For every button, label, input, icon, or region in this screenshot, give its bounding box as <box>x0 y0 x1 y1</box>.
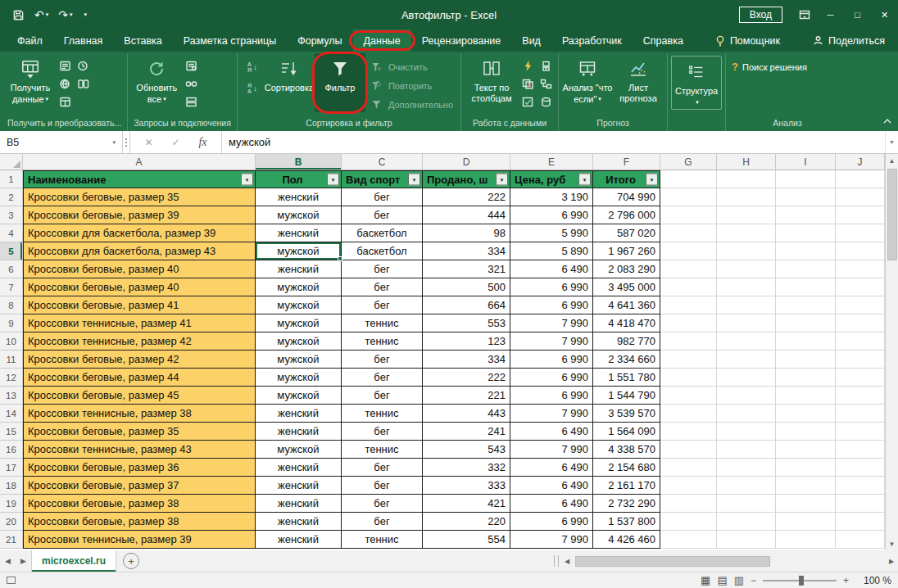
cell-A19[interactable]: Кроссовки беговые, размер 38 <box>23 495 256 513</box>
cell-H20[interactable] <box>717 513 776 531</box>
cell-G4[interactable] <box>660 224 717 242</box>
undo-button[interactable]: ↶▾ <box>30 5 52 25</box>
cell-E19[interactable]: 6 490 <box>510 495 593 513</box>
cell-F4[interactable]: 587 020 <box>593 224 660 242</box>
cell-B8[interactable]: мужской <box>256 296 342 314</box>
cell-D5[interactable]: 334 <box>423 242 510 260</box>
cell-E21[interactable]: 7 990 <box>510 531 593 549</box>
col-header-C[interactable]: C <box>342 154 423 170</box>
cell-F1[interactable]: Итого▾ <box>593 170 660 188</box>
workbook-connections-icon[interactable] <box>184 96 198 107</box>
edit-links-icon[interactable] <box>184 78 198 89</box>
tab-view[interactable]: Вид <box>511 29 551 52</box>
cell-I5[interactable] <box>776 242 836 260</box>
cell-J17[interactable] <box>836 459 885 477</box>
cell-B12[interactable]: мужской <box>256 369 342 387</box>
select-all-button[interactable] <box>0 154 23 170</box>
cell-J19[interactable] <box>836 495 885 513</box>
from-text-csv-icon[interactable] <box>57 60 72 71</box>
sheet-nav-left-button[interactable]: ◀ <box>0 550 16 572</box>
cell-D15[interactable]: 241 <box>423 423 510 441</box>
tab-formulas[interactable]: Формулы <box>287 29 352 52</box>
cell-I8[interactable] <box>776 296 836 314</box>
formula-bar-splitter[interactable] <box>123 131 130 153</box>
row-header-6[interactable]: 6 <box>0 260 23 278</box>
cell-B9[interactable]: мужской <box>256 314 342 332</box>
from-table-range-icon[interactable] <box>57 96 72 107</box>
cell-J16[interactable] <box>836 441 885 459</box>
cell-J13[interactable] <box>836 387 885 405</box>
minimize-button[interactable]: ─ <box>817 0 844 29</box>
cell-F18[interactable]: 2 161 170 <box>593 477 660 495</box>
cell-I12[interactable] <box>776 369 836 387</box>
cell-F5[interactable]: 1 967 260 <box>593 242 660 260</box>
cell-H9[interactable] <box>717 314 776 332</box>
cell-A6[interactable]: Кроссовки беговые, размер 40 <box>23 260 256 278</box>
cell-E12[interactable]: 6 990 <box>510 369 593 387</box>
connection-properties-icon[interactable] <box>184 60 198 71</box>
sort-button[interactable]: Сортировка <box>264 53 315 112</box>
refresh-all-button[interactable]: Обновить все▾ <box>131 53 182 112</box>
cell-A5[interactable]: Кроссовки для баскетбола, размер 43 <box>23 242 256 260</box>
cell-B10[interactable]: мужской <box>256 332 342 351</box>
cell-H18[interactable] <box>717 477 776 495</box>
fill-handle[interactable] <box>338 256 342 261</box>
cell-G19[interactable] <box>660 495 717 513</box>
cell-B6[interactable]: женский <box>256 260 342 278</box>
row-header-9[interactable]: 9 <box>0 314 23 332</box>
cell-H16[interactable] <box>717 441 776 459</box>
sign-in-button[interactable]: Вход <box>739 7 782 23</box>
add-sheet-button[interactable]: + <box>123 553 139 569</box>
share-button[interactable]: Поделиться <box>813 29 898 52</box>
cell-A14[interactable]: Кроссовки теннисные, размер 38 <box>23 405 256 423</box>
cell-H4[interactable] <box>717 224 776 242</box>
cell-F7[interactable]: 3 495 000 <box>593 278 660 296</box>
close-button[interactable]: ✕ <box>871 0 898 29</box>
cell-C14[interactable]: теннис <box>342 405 423 423</box>
col-header-D[interactable]: D <box>423 154 510 170</box>
cell-G5[interactable] <box>660 242 717 260</box>
scroll-right-button[interactable]: ▶ <box>885 558 898 565</box>
flash-fill-icon[interactable] <box>520 60 535 71</box>
cell-H7[interactable] <box>717 278 776 296</box>
cell-I1[interactable] <box>776 170 836 188</box>
cell-I10[interactable] <box>776 332 836 351</box>
relationships-icon[interactable] <box>538 78 553 89</box>
cell-A16[interactable]: Кроссовки теннисные, размер 43 <box>23 441 256 459</box>
cell-I3[interactable] <box>776 206 836 224</box>
row-header-5[interactable]: 5 <box>0 242 23 260</box>
cell-H11[interactable] <box>717 351 776 369</box>
cell-D11[interactable]: 334 <box>423 351 510 369</box>
filter-button-C[interactable]: ▾ <box>408 174 420 186</box>
cell-I18[interactable] <box>776 477 836 495</box>
cell-G2[interactable] <box>660 188 717 206</box>
macro-record-icon[interactable] <box>7 577 16 584</box>
tab-page-layout[interactable]: Разметка страницы <box>173 29 287 52</box>
sheet-tab-microexcel[interactable]: microexcel.ru <box>31 550 116 572</box>
cell-D14[interactable]: 443 <box>423 405 510 423</box>
cell-I15[interactable] <box>776 423 836 441</box>
cell-C12[interactable]: бег <box>342 369 423 387</box>
formula-input[interactable]: мужской <box>222 131 885 153</box>
cell-B7[interactable]: мужской <box>256 278 342 296</box>
cell-H5[interactable] <box>717 242 776 260</box>
cell-E13[interactable]: 6 990 <box>510 387 593 405</box>
cancel-entry-button[interactable]: ✕ <box>144 137 152 148</box>
cell-J7[interactable] <box>836 278 885 296</box>
cell-D18[interactable]: 333 <box>423 477 510 495</box>
manage-data-model-icon[interactable] <box>538 96 553 107</box>
cell-E3[interactable]: 6 990 <box>510 206 593 224</box>
cell-E2[interactable]: 3 190 <box>510 188 593 206</box>
row-header-1[interactable]: 1 <box>0 170 23 188</box>
cell-D12[interactable]: 222 <box>423 369 510 387</box>
cell-H2[interactable] <box>717 188 776 206</box>
cell-D17[interactable]: 332 <box>423 459 510 477</box>
cell-C3[interactable]: бег <box>342 206 423 224</box>
filter-button-B[interactable]: ▾ <box>327 174 339 186</box>
row-header-17[interactable]: 17 <box>0 459 23 477</box>
cell-D20[interactable]: 220 <box>423 513 510 531</box>
cell-I19[interactable] <box>776 495 836 513</box>
cell-E17[interactable]: 6 490 <box>510 459 593 477</box>
filter-button-E[interactable]: ▾ <box>578 174 591 186</box>
get-data-button[interactable]: Получить данные▾ <box>5 53 56 112</box>
